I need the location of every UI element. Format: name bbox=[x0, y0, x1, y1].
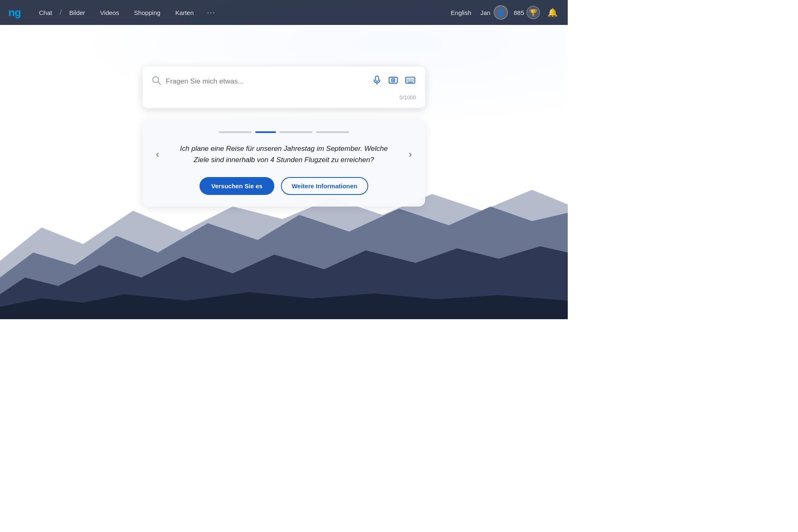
points-value: 885 bbox=[514, 9, 524, 16]
try-button[interactable]: Versuchen Sie es bbox=[200, 177, 274, 195]
search-icons-right bbox=[372, 75, 416, 88]
suggestion-text: Ich plane eine Reise für unseren Jahrest… bbox=[156, 143, 412, 165]
avatar[interactable]: 👤 bbox=[494, 5, 508, 20]
keyboard-icon[interactable] bbox=[404, 76, 416, 87]
carousel-next-button[interactable]: › bbox=[404, 147, 416, 162]
points-badge[interactable]: 885 🏆 bbox=[514, 6, 540, 19]
user-icon: 👤 bbox=[497, 9, 505, 17]
search-input[interactable] bbox=[166, 77, 367, 86]
main-content: 0/1000 ‹ Ich plane eine Reise für unsere… bbox=[0, 25, 568, 207]
svg-point-10 bbox=[392, 79, 394, 81]
nav-menu: Chat / Bilder Videos Shopping Karten ··· bbox=[33, 6, 448, 20]
dot-2 bbox=[255, 131, 276, 133]
nav-separator-1: / bbox=[59, 8, 62, 17]
carousel-prev-button[interactable]: ‹ bbox=[152, 147, 163, 162]
nav-karten[interactable]: Karten bbox=[170, 7, 200, 19]
suggestion-card-inner: ‹ Ich plane eine Reise für unseren Jahre… bbox=[156, 143, 412, 165]
nav-more-button[interactable]: ··· bbox=[203, 6, 220, 20]
search-glass-icon bbox=[152, 76, 161, 87]
suggestion-buttons: Versuchen Sie es Weitere Informationen bbox=[156, 177, 412, 195]
reward-icon: 🏆 bbox=[527, 6, 540, 19]
mic-icon[interactable] bbox=[372, 75, 382, 88]
nav-shopping[interactable]: Shopping bbox=[128, 7, 166, 19]
navbar: ng Chat / Bilder Videos Shopping Karten … bbox=[0, 0, 568, 25]
navbar-right: English Jan 👤 885 🏆 🔔 bbox=[448, 5, 559, 20]
nav-bilder[interactable]: Bilder bbox=[63, 7, 91, 19]
search-input-row bbox=[152, 75, 416, 88]
search-counter: 0/1000 bbox=[152, 94, 416, 101]
svg-rect-6 bbox=[375, 76, 378, 81]
language-selector[interactable]: English bbox=[448, 7, 475, 18]
svg-line-5 bbox=[158, 82, 160, 84]
bell-icon[interactable]: 🔔 bbox=[546, 6, 559, 19]
dot-indicators bbox=[156, 131, 412, 133]
camera-icon[interactable] bbox=[388, 75, 399, 87]
suggestion-card: ‹ Ich plane eine Reise für unseren Jahre… bbox=[143, 120, 425, 207]
dot-4 bbox=[316, 131, 349, 133]
dot-3 bbox=[279, 131, 313, 133]
nav-videos[interactable]: Videos bbox=[94, 7, 125, 19]
user-menu[interactable]: Jan 👤 bbox=[480, 5, 508, 20]
search-box: 0/1000 bbox=[143, 66, 425, 108]
logo[interactable]: ng bbox=[8, 6, 21, 19]
nav-chat[interactable]: Chat bbox=[33, 7, 58, 19]
logo-text: ng bbox=[8, 6, 21, 19]
user-name: Jan bbox=[480, 9, 490, 16]
dot-1 bbox=[219, 131, 252, 133]
more-info-button[interactable]: Weitere Informationen bbox=[281, 177, 368, 195]
